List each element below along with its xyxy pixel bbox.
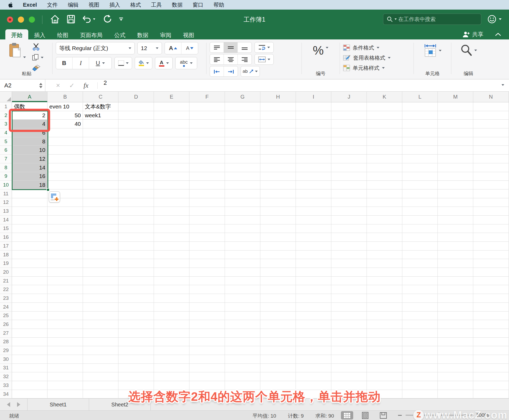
cell-H15[interactable] — [260, 224, 296, 233]
cell-G26[interactable] — [225, 320, 260, 329]
cell-I3[interactable] — [296, 120, 331, 128]
cell-D29[interactable] — [118, 346, 154, 355]
cell-H20[interactable] — [260, 268, 296, 277]
cell-D17[interactable] — [118, 242, 154, 251]
cell-K19[interactable] — [367, 259, 402, 268]
cell-K11[interactable] — [367, 189, 402, 198]
menu-app-name[interactable]: Excel — [23, 2, 37, 8]
cell-L26[interactable] — [402, 320, 438, 329]
cell-M24[interactable] — [438, 303, 473, 312]
cell-L23[interactable] — [402, 294, 438, 303]
cell-H4[interactable] — [260, 128, 296, 137]
row-header-31[interactable]: 31 — [0, 364, 12, 373]
cell-G27[interactable] — [225, 329, 260, 338]
cell-D21[interactable] — [118, 277, 154, 285]
cell-A22[interactable] — [12, 285, 47, 294]
apple-icon[interactable] — [8, 2, 14, 8]
cell-H30[interactable] — [260, 355, 296, 364]
cell-F2[interactable] — [189, 111, 225, 120]
row-header-29[interactable]: 29 — [0, 346, 12, 355]
cell-E2[interactable] — [154, 111, 189, 120]
cell-I32[interactable] — [296, 372, 331, 381]
cell-J8[interactable] — [331, 163, 367, 172]
cell-L17[interactable] — [402, 242, 438, 251]
column-header-F[interactable]: F — [189, 92, 225, 102]
cell-F30[interactable] — [189, 355, 225, 364]
cell-I9[interactable] — [296, 172, 331, 181]
cell-A20[interactable] — [12, 268, 47, 277]
cell-C21[interactable] — [83, 277, 118, 285]
cell-J32[interactable] — [331, 372, 367, 381]
cell-M12[interactable] — [438, 198, 473, 207]
cell-B29[interactable] — [47, 346, 83, 355]
cell-N26[interactable] — [473, 320, 509, 329]
cell-F3[interactable] — [189, 120, 225, 128]
zoom-out-button[interactable] — [398, 415, 402, 416]
row-header-9[interactable]: 9 — [0, 172, 12, 181]
cell-E19[interactable] — [154, 259, 189, 268]
cell-K27[interactable] — [367, 329, 402, 338]
cell-L32[interactable] — [402, 372, 438, 381]
cell-D25[interactable] — [118, 312, 154, 320]
cells-caret[interactable] — [439, 50, 442, 51]
ribbon-tab-插入[interactable]: 插入 — [28, 29, 51, 39]
cell-N31[interactable] — [473, 364, 509, 373]
formula-bar-expand-caret[interactable] — [502, 84, 504, 86]
cell-G18[interactable] — [225, 251, 260, 259]
cell-F6[interactable] — [189, 146, 225, 155]
row-header-10[interactable]: 10 — [0, 181, 12, 189]
cell-N21[interactable] — [473, 277, 509, 285]
number-format-caret[interactable] — [326, 47, 328, 49]
cell-B7[interactable] — [47, 155, 83, 163]
paste-button[interactable] — [9, 43, 26, 58]
cell-I8[interactable] — [296, 163, 331, 172]
cell-G2[interactable] — [225, 111, 260, 120]
cell-M2[interactable] — [438, 111, 473, 120]
cell-K4[interactable] — [367, 128, 402, 137]
column-header-L[interactable]: L — [402, 92, 438, 102]
row-header-2[interactable]: 2 — [0, 111, 12, 120]
confirm-icon[interactable]: ✓ — [69, 82, 74, 89]
cell-C6[interactable] — [83, 146, 118, 155]
cell-H31[interactable] — [260, 364, 296, 373]
align-middle-button[interactable] — [224, 42, 238, 53]
cell-C23[interactable] — [83, 294, 118, 303]
edit-caret[interactable] — [474, 50, 477, 51]
cell-C18[interactable] — [83, 251, 118, 259]
merge-cells-button[interactable] — [254, 54, 274, 65]
cell-A19[interactable] — [12, 259, 47, 268]
cell-L12[interactable] — [402, 198, 438, 207]
cell-H26[interactable] — [260, 320, 296, 329]
cell-F19[interactable] — [189, 259, 225, 268]
cell-B26[interactable] — [47, 320, 83, 329]
cell-L19[interactable] — [402, 259, 438, 268]
cell-L9[interactable] — [402, 172, 438, 181]
cell-K32[interactable] — [367, 372, 402, 381]
cell-G16[interactable] — [225, 233, 260, 242]
cell-H24[interactable] — [260, 303, 296, 312]
cell-M29[interactable] — [438, 346, 473, 355]
font-size-caret[interactable] — [156, 47, 158, 49]
cell-J19[interactable] — [331, 259, 367, 268]
name-box-stepper[interactable] — [39, 83, 42, 88]
cell-I30[interactable] — [296, 355, 331, 364]
cell-L10[interactable] — [402, 181, 438, 189]
phonetic-guide-button[interactable]: abc — [175, 57, 197, 69]
cell-I28[interactable] — [296, 338, 331, 346]
number-format-button[interactable]: % — [313, 42, 329, 56]
cell-N19[interactable] — [473, 259, 509, 268]
cell-C27[interactable] — [83, 329, 118, 338]
cell-M23[interactable] — [438, 294, 473, 303]
cell-A1[interactable]: 偶数 — [12, 102, 47, 111]
merge-cells-caret[interactable] — [268, 59, 270, 60]
cell-E22[interactable] — [154, 285, 189, 294]
cell-C31[interactable] — [83, 364, 118, 373]
cell-J1[interactable] — [331, 102, 367, 111]
cell-K21[interactable] — [367, 277, 402, 285]
cell-H9[interactable] — [260, 172, 296, 181]
cell-A25[interactable] — [12, 312, 47, 320]
cell-D15[interactable] — [118, 224, 154, 233]
row-header-17[interactable]: 17 — [0, 242, 12, 251]
cell-E17[interactable] — [154, 242, 189, 251]
cell-B32[interactable] — [47, 372, 83, 381]
